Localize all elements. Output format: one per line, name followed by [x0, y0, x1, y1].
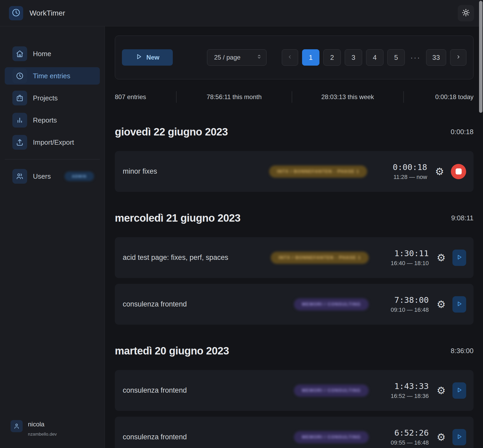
- page-size-value: 25 / page: [214, 54, 240, 61]
- stop-timer-button[interactable]: [451, 164, 466, 179]
- entry-time-range: 09:55 — 16:48: [376, 439, 429, 446]
- gear-icon: ⚙: [437, 385, 446, 396]
- sun-icon: [462, 8, 470, 18]
- stats-strip: 807 entries 78:56:11 this month 28:03:13…: [115, 91, 474, 103]
- sidebar: Home Time entries Projects Reports Impor: [0, 26, 105, 448]
- pagination-ellipsis: ···: [410, 53, 421, 62]
- project-badge: MEMORI / CONSULTING: [294, 298, 369, 310]
- entry-duration: 7:38:00: [376, 295, 429, 305]
- sidebar-item-label: Time entries: [33, 72, 70, 80]
- project-badge: MEMORI / CONSULTING: [294, 431, 369, 443]
- chevron-left-icon: [287, 53, 293, 62]
- day-header: mercoledì 21 giugno 2023 9:08:11: [115, 211, 474, 225]
- home-icon: [12, 46, 27, 61]
- theme-toggle-button[interactable]: [458, 5, 474, 21]
- sidebar-item-import-export[interactable]: Import/Export: [5, 134, 100, 151]
- chevron-right-icon: [455, 53, 461, 62]
- sidebar-item-label: Import/Export: [33, 138, 74, 147]
- sidebar-item-time-entries[interactable]: Time entries: [5, 67, 100, 85]
- gear-icon: ⚙: [437, 252, 446, 264]
- gear-icon: ⚙: [437, 431, 446, 443]
- sidebar-item-label: Reports: [33, 116, 57, 124]
- day-title: martedì 20 giugno 2023: [115, 345, 229, 357]
- app-logo[interactable]: [9, 6, 23, 20]
- stat-total-entries: 807 entries: [115, 93, 176, 101]
- page-size-select[interactable]: 25 / page: [207, 49, 267, 66]
- stop-icon: [456, 168, 462, 174]
- project-badge: INTX / BONNEFANTEN - PHASE 1: [271, 252, 369, 264]
- page-button-3[interactable]: 3: [345, 49, 362, 66]
- day-header: martedì 20 giugno 2023 8:36:00: [115, 344, 474, 358]
- entry-name: consulenza frontend: [123, 386, 294, 395]
- clock-icon: [12, 69, 27, 83]
- sidebar-divider: [5, 159, 100, 159]
- page-button-2[interactable]: 2: [323, 49, 341, 66]
- play-icon: [456, 434, 462, 441]
- entry-duration-block: 7:38:00 09:10 — 16:48: [376, 295, 429, 313]
- entry-settings-button[interactable]: ⚙: [435, 167, 444, 177]
- gear-icon: ⚙: [435, 166, 444, 177]
- entry-settings-button[interactable]: ⚙: [437, 432, 446, 442]
- time-entry-card: consulenza frontend MEMORI / CONSULTING …: [115, 284, 474, 325]
- briefcase-icon: [12, 91, 27, 105]
- day-total: 9:08:11: [451, 214, 474, 222]
- time-entry-card: acid test page: fixes, perf, spaces INTX…: [115, 237, 474, 278]
- new-entry-button[interactable]: New: [122, 49, 173, 66]
- play-icon: [135, 53, 142, 62]
- entry-duration: 1:30:11: [376, 249, 429, 258]
- start-timer-button[interactable]: [452, 296, 466, 313]
- app-title: WorkTimer: [29, 9, 65, 17]
- day-title: giovedì 22 giugno 2023: [115, 126, 228, 138]
- entry-duration-block: 1:43:33 16:52 — 18:36: [376, 381, 429, 400]
- upload-icon: [12, 135, 27, 150]
- project-badge: INTX / BONNEFANTEN - PHASE 1: [269, 165, 367, 178]
- stat-today: 0:00:18 today: [404, 93, 474, 101]
- page-button-4[interactable]: 4: [366, 49, 383, 66]
- entry-name: minor fixes: [123, 167, 269, 176]
- day-section: giovedì 22 giugno 2023 0:00:18 minor fix…: [115, 125, 474, 192]
- sidebar-item-label: Home: [33, 50, 51, 58]
- user-domain: nzambello.dev: [28, 432, 57, 437]
- page-button-last[interactable]: 33: [426, 49, 446, 66]
- users-icon: [12, 169, 27, 184]
- day-total: 8:36:00: [451, 347, 474, 355]
- sidebar-item-label: Users: [33, 172, 51, 181]
- gear-icon: ⚙: [437, 299, 446, 310]
- new-entry-label: New: [146, 54, 159, 61]
- stat-this-week: 28:03:13 this week: [292, 93, 403, 101]
- app-header: WorkTimer: [0, 0, 483, 26]
- entry-time-range: 09:10 — 16:48: [376, 306, 429, 313]
- prev-page-button[interactable]: [282, 49, 298, 66]
- page-button-5[interactable]: 5: [387, 49, 405, 66]
- entry-settings-button[interactable]: ⚙: [437, 253, 446, 263]
- play-icon: [456, 387, 462, 394]
- scrollbar-thumb[interactable]: [479, 1, 482, 113]
- entry-time-range: 11:28 — now: [374, 174, 427, 181]
- sidebar-item-home[interactable]: Home: [5, 45, 100, 62]
- entry-duration-block: 6:52:26 09:55 — 16:48: [376, 428, 429, 446]
- entry-settings-button[interactable]: ⚙: [437, 299, 446, 309]
- sidebar-item-label: Projects: [33, 94, 58, 102]
- day-total: 0:00:18: [451, 128, 474, 136]
- sidebar-item-reports[interactable]: Reports: [5, 111, 100, 129]
- time-entry-card: minor fixes INTX / BONNEFANTEN - PHASE 1…: [115, 151, 474, 192]
- person-icon: [11, 420, 23, 432]
- entry-duration: 6:52:26: [376, 428, 429, 437]
- entry-name: consulenza frontend: [123, 433, 294, 441]
- page-button-1[interactable]: 1: [302, 49, 319, 66]
- day-header: giovedì 22 giugno 2023 0:00:18: [115, 125, 474, 139]
- sidebar-item-projects[interactable]: Projects: [5, 89, 100, 107]
- chevrons-up-down-icon: [256, 54, 262, 61]
- play-icon: [456, 254, 462, 261]
- start-timer-button[interactable]: [452, 250, 466, 266]
- next-page-button[interactable]: [450, 49, 466, 66]
- start-timer-button[interactable]: [452, 429, 466, 445]
- entry-name: acid test page: fixes, perf, spaces: [123, 254, 271, 262]
- play-icon: [456, 301, 462, 308]
- current-user[interactable]: nicola nzambello.dev: [0, 420, 105, 448]
- sidebar-item-users[interactable]: Users ADMIN: [5, 168, 100, 185]
- entry-settings-button[interactable]: ⚙: [437, 386, 446, 396]
- start-timer-button[interactable]: [452, 382, 466, 399]
- main-content: New 25 / page 1 2 3 4 5 ···: [105, 26, 483, 448]
- day-section: mercoledì 21 giugno 2023 9:08:11 acid te…: [115, 211, 474, 325]
